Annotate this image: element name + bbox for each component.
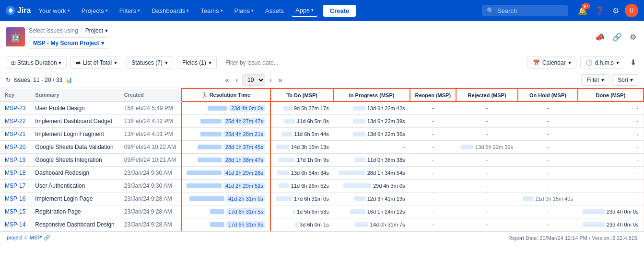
cell-summary: Google Sheets Integration xyxy=(30,154,119,167)
table-row: MSP-15 Registration Page 23/Jan/24 9:28 … xyxy=(0,205,644,218)
cell-resolution: 17d 6h 31m 5s xyxy=(181,205,270,218)
cell-todo: 13d 0h 54m 34s xyxy=(270,167,334,180)
help-button[interactable]: ❓ xyxy=(593,4,607,17)
create-button[interactable]: Create xyxy=(323,5,356,17)
cell-reopen: - xyxy=(410,154,457,167)
cell-done: 23d 4h 0m 0s xyxy=(578,218,644,231)
cell-summary: Dashboard Redesign xyxy=(30,167,119,180)
cell-inprogress: 28d 1h 34m 54s xyxy=(334,167,410,180)
cell-key[interactable]: MSP-18 xyxy=(0,167,30,180)
clock-icon: 🕐 xyxy=(585,59,593,66)
chevron-down-icon: ▾ xyxy=(114,59,117,66)
cell-created: 09/Feb/24 10:22 AM xyxy=(119,141,181,154)
cell-key[interactable]: MSP-15 xyxy=(0,205,30,218)
filter-date-placeholder[interactable]: Filter by issue date... xyxy=(221,57,283,68)
nav-projects[interactable]: Projects ▾ xyxy=(78,5,112,16)
nav-assets[interactable]: Assets xyxy=(261,5,288,16)
cell-key[interactable]: MSP-23 xyxy=(0,102,30,115)
nav-filters[interactable]: Filters ▾ xyxy=(116,5,144,16)
cell-key[interactable]: MSP-16 xyxy=(0,193,30,205)
cell-rejected: - xyxy=(456,167,518,180)
cell-summary: Responsive Dashboard Design xyxy=(30,218,119,231)
cell-created: 23/Jan/24 9:28 AM xyxy=(119,218,181,231)
prev-page-btn[interactable]: ‹ xyxy=(233,75,240,85)
cell-key[interactable]: MSP-14 xyxy=(0,218,30,231)
cell-rejected: - xyxy=(456,102,518,115)
jira-logo[interactable]: Jira xyxy=(6,6,31,15)
page-size-select[interactable]: 10 xyxy=(242,74,265,86)
cell-resolution: 41d 2h 29m 52s xyxy=(181,180,270,193)
user-avatar[interactable]: U xyxy=(625,4,638,17)
search-box[interactable]: 🔍 Search xyxy=(482,5,568,16)
settings-icon[interactable]: ⚙ xyxy=(628,31,638,44)
cell-onhold: - xyxy=(518,102,578,115)
cell-rejected: - xyxy=(456,154,518,167)
cell-summary: Implement Dashboard Gadget xyxy=(30,115,119,128)
top-navigation: Jira Your work ▾ Projects ▾ Filters ▾ Da… xyxy=(0,0,644,21)
cell-inprogress: 14d 0h 31m 7s xyxy=(334,218,410,231)
table-row: MSP-18 Dashboard Redesign 23/Jan/24 9:30… xyxy=(0,167,644,180)
cell-key[interactable]: MSP-22 xyxy=(0,115,30,128)
calendar-btn[interactable]: 📅 Calendar ▾ xyxy=(527,57,576,69)
project-toolbar: 🤖 Select issues using Project ▾ MSP - My… xyxy=(0,21,644,53)
cell-done: - xyxy=(578,141,644,154)
share-icon[interactable]: 🔗 xyxy=(610,31,624,44)
list-icon: ⇌ xyxy=(76,59,81,66)
fields-btn[interactable]: Fields (1) ▾ xyxy=(177,57,217,69)
cell-reopen: - xyxy=(410,115,457,128)
nav-teams[interactable]: Teams ▾ xyxy=(197,5,226,16)
grid-icon: ⊞ xyxy=(11,59,16,66)
nav-your-work[interactable]: Your work ▾ xyxy=(35,5,73,16)
chevron-down-icon: ▾ xyxy=(251,8,254,13)
run-icon: 🏃 xyxy=(201,92,208,98)
announce-icon[interactable]: 📣 xyxy=(593,31,607,44)
export-icon[interactable]: ⬇ xyxy=(628,56,638,69)
chevron-down-icon: ▾ xyxy=(59,59,61,66)
col-created-header: Created xyxy=(119,89,181,102)
project-filter-link[interactable]: project = 'MSP' 🔗 xyxy=(7,235,50,241)
first-page-btn[interactable]: « xyxy=(223,75,232,85)
nav-plans[interactable]: Plans ▾ xyxy=(231,5,258,16)
col-reopen-header: Reopen (MSP) xyxy=(410,89,457,102)
cell-created: 13/Feb/24 4:32 PM xyxy=(119,115,181,128)
cell-onhold: - xyxy=(518,128,578,141)
cell-key[interactable]: MSP-19 xyxy=(0,154,30,167)
refresh-icon[interactable]: ↻ xyxy=(6,77,11,83)
cell-key[interactable]: MSP-21 xyxy=(0,128,30,141)
cell-done: - xyxy=(578,193,644,205)
cell-reopen: - xyxy=(410,128,457,141)
chevron-down-icon: ▾ xyxy=(311,8,314,12)
cell-todo: 9d 5h 37m 17s xyxy=(270,102,334,115)
cell-key[interactable]: MSP-20 xyxy=(0,141,30,154)
cell-resolution: 41d 2h 29m 28s xyxy=(181,167,270,180)
statuses-btn[interactable]: Statuses (7) ▾ xyxy=(126,57,173,69)
project-name-dropdown[interactable]: MSP - My Scrum Project ▾ xyxy=(29,37,108,49)
cell-done: - xyxy=(578,128,644,141)
cell-onhold: - xyxy=(518,167,578,180)
project-type-dropdown[interactable]: Project ▾ xyxy=(81,25,112,36)
cell-inprogress: 16d 1h 24m 12s xyxy=(334,205,410,218)
col-todo-header: To Do (MSP) xyxy=(270,89,334,102)
nav-apps[interactable]: Apps ▾ xyxy=(292,5,317,17)
dhms-btn[interactable]: 🕐 d.h.m.s ▾ xyxy=(580,57,624,69)
chevron-down-icon: ▾ xyxy=(101,40,104,46)
chart-icon[interactable]: 📊 xyxy=(65,77,72,83)
cell-key[interactable]: MSP-17 xyxy=(0,180,30,193)
pagination-controls: « ‹ 10 › » xyxy=(223,74,285,86)
cell-onhold: - xyxy=(518,218,578,231)
col-inprogress-header: In Progress (MSP) xyxy=(334,89,410,102)
filter-btn[interactable]: Filter ▾ xyxy=(581,74,609,86)
project-selector: Select issues using Project ▾ MSP - My S… xyxy=(29,25,112,49)
sort-btn[interactable]: Sort ▾ xyxy=(612,74,638,86)
list-of-total-btn[interactable]: ⇌ List of Total ▾ xyxy=(70,57,122,69)
settings-button[interactable]: ⚙ xyxy=(610,4,621,17)
last-page-btn[interactable]: » xyxy=(276,75,285,85)
chevron-down-icon: ▾ xyxy=(221,8,223,13)
nav-dashboards[interactable]: Dashboards ▾ xyxy=(148,5,193,16)
notifications-button[interactable]: 🔔 9+ xyxy=(576,4,589,17)
next-page-btn[interactable]: › xyxy=(267,75,274,85)
chevron-down-icon: ▾ xyxy=(68,8,70,13)
grid-icon-btn[interactable]: ⊞ Status Duration ▾ xyxy=(6,57,67,69)
table-row: MSP-20 Google Sheets Data Validation 09/… xyxy=(0,141,644,154)
cell-todo: 11d 6h 26m 52s xyxy=(270,180,334,193)
